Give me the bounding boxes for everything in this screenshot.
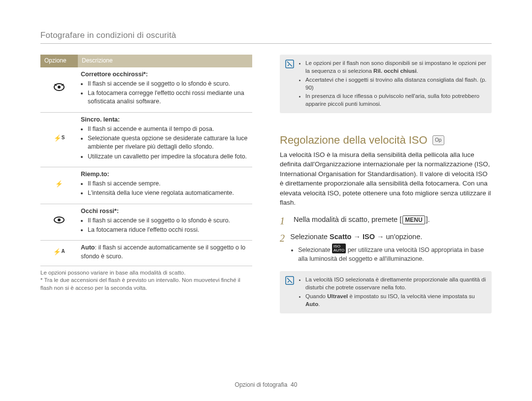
list-item: Utilizzate un cavalletto per impedire la… [88,153,249,161]
table-row: ⚡S Sincro. lenta: Il flash si accende e … [40,112,252,167]
list-item: Il flash si accende sempre. [88,180,249,188]
table-row: Correttore occhirossi*: Il flash si acce… [40,67,252,113]
divider [40,43,492,44]
list-item: La velocità ISO selezionata è direttamen… [305,276,487,292]
left-column: Opzione Descrizione Correttore occhir [40,55,252,313]
option-bullets: Il flash si accende se il soggetto o lo … [81,216,249,235]
list-item: Selezionate questa opzione se desiderate… [88,134,249,152]
page-footer: Opzioni di fotografia 40 [0,381,532,388]
step-sub-list: Selezionate ISOAUTO per utilizzare una v… [290,244,492,263]
list-item: La fotocamera riduce l'effetto occhi ros… [88,226,249,234]
iso-auto-icon: ISOAUTO [332,244,346,253]
footnotes: Le opzioni possono variare in base alla … [40,269,252,292]
list-item: Accertatevi che i soggetti si trovino al… [305,76,487,92]
flash-options-table: Opzione Descrizione Correttore occhir [40,55,252,266]
option-bullets: Il flash si accende e aumenta il tempo d… [81,125,249,161]
list-item: Quando Ultravel è impostato su ISO, la v… [305,293,487,308]
iso-intro: La velocità ISO è la misura della sensib… [280,150,492,208]
th-description: Descrizione [78,55,252,67]
page: Fotografare in condizioni di oscurità Op… [0,0,532,401]
option-title: Occhi rossi*: [81,207,249,216]
tip-list: Le opzioni per il flash non sono disponi… [299,59,487,109]
option-title: Correttore occhirossi*: [81,70,249,79]
option-title: Sincro. lenta: [81,116,249,124]
menu-button-chip: MENU [402,216,425,225]
redeye-fix-icon [53,86,65,93]
step-2: Selezionate Scatto → ISO → un'opzione. S… [280,232,492,263]
tip-list: La velocità ISO selezionata è direttamen… [299,275,487,309]
list-item: L'intensità della luce viene regolata au… [88,189,249,197]
redeye-icon [53,218,65,225]
footnote: * Tra le due accensioni del flash è prev… [40,277,252,292]
list-item: In presenza di luce riflessa o pulviscol… [305,93,487,108]
tip-box-iso: La velocità ISO selezionata è direttamen… [280,271,492,313]
note-icon [285,59,295,109]
section-title: Regolazione della velocità ISO [280,133,428,148]
auto-flash-icon: ⚡A [53,248,65,255]
step-1: Nella modalità di scatto, premete [MENU]… [280,215,492,228]
footnote: Le opzioni possono variare in base alla … [40,269,252,277]
list-item: Il flash si accende e aumenta il tempo d… [88,125,249,133]
svg-point-3 [58,218,61,221]
mode-badge-icon: Op [432,135,444,145]
option-text: : il flash si accende automaticamente se… [81,244,245,259]
th-option: Opzione [40,55,78,67]
table-row: ⚡ Riemp.to: Il flash si accende sempre. … [40,167,252,204]
option-title: Riemp.to: [81,170,249,179]
footer-page-number: 40 [291,381,297,388]
option-title: Auto [81,244,95,251]
option-bullets: Il flash si accende se il soggetto o lo … [81,80,249,106]
list-item: Le opzioni per il flash non sono disponi… [305,60,487,75]
heading-iso: Regolazione della velocità ISO Op [280,133,492,148]
footer-section: Opzioni di fotografia [235,381,288,388]
fill-in-icon: ⚡ [55,181,63,187]
table-row: Occhi rossi*: Il flash si accende se il … [40,204,252,241]
note-icon [285,275,295,309]
list-item: La fotocamera corregge l'effetto occhi r… [88,89,249,106]
list-item: Il flash si accende se il soggetto o lo … [88,80,249,88]
option-bullets: Il flash si accende sempre. L'intensità … [81,180,249,198]
table-row: ⚡A Auto: il flash si accende automaticam… [40,241,252,266]
breadcrumb: Fotografare in condizioni di oscurità [40,31,492,40]
list-item: Selezionate ISOAUTO per utilizzare una v… [298,244,492,263]
svg-point-1 [58,86,61,89]
right-column: Le opzioni per il flash non sono disponi… [280,55,492,313]
list-item: Il flash si accende se il soggetto o lo … [88,216,249,225]
tip-box-flash: Le opzioni per il flash non sono disponi… [280,55,492,113]
steps-list: Nella modalità di scatto, premete [MENU]… [280,215,492,264]
content-columns: Opzione Descrizione Correttore occhir [40,55,492,313]
slow-sync-icon: ⚡S [54,135,65,142]
